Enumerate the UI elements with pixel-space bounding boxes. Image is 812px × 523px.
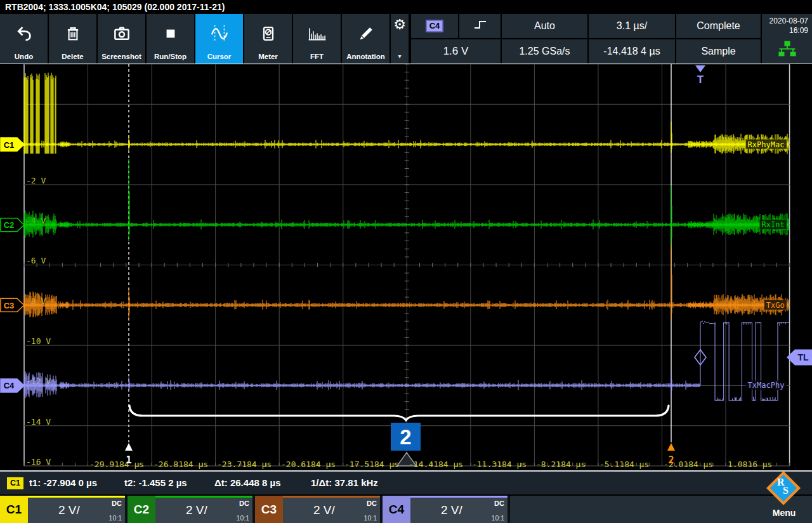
volt-axis-label: -2 V xyxy=(26,176,46,185)
channel-block-c1[interactable]: C1 2 V/ DC 10:1 xyxy=(0,496,125,523)
svg-text:C4: C4 xyxy=(4,381,15,390)
meter-label: Meter xyxy=(258,53,278,60)
cursor-marker-2[interactable]: 2 xyxy=(667,443,675,466)
cursor-inv-dt-readout: 1/Δt: 37.81 kHz xyxy=(311,477,378,488)
top-bar: Undo Delete Screenshot Run/Stop Cursor xyxy=(0,14,812,64)
time-axis-label: -14.4184 µs xyxy=(409,460,463,469)
cursor-t2-readout: t2: -1.455 2 µs xyxy=(124,477,187,488)
menu-label: Menu xyxy=(763,508,806,518)
undo-button[interactable]: Undo xyxy=(0,14,48,63)
fft-label: FFT xyxy=(310,53,324,60)
settings-button[interactable]: ⚙ ▾ xyxy=(391,14,409,63)
svg-text:TxMacPhy: TxMacPhy xyxy=(748,381,785,390)
svg-text:1: 1 xyxy=(126,454,131,466)
channel-marker-c1[interactable]: C1 xyxy=(1,138,24,151)
channel-marker-c2[interactable]: C2 xyxy=(1,218,24,232)
annotation-button[interactable]: Annotation xyxy=(342,14,390,63)
channel-scale-c1: 2 V/ xyxy=(58,503,80,517)
channel-badge-c3: C3 xyxy=(255,496,283,523)
svg-text:RxPhyMac: RxPhyMac xyxy=(748,140,785,149)
trace-label-c4: TxMacPhy xyxy=(746,380,787,390)
channel-block-c4[interactable]: C4 2 V/ DC 10:1 xyxy=(383,496,508,523)
channel-badge-c1: C1 xyxy=(0,496,28,523)
channel-scale-c4: 2 V/ xyxy=(441,503,462,517)
run-stop-label: Run/Stop xyxy=(154,53,187,60)
annotation-label: Annotation xyxy=(346,53,385,60)
horizontal-position-cell[interactable]: -14.418 4 µs xyxy=(589,39,675,63)
channel-scale-c3: 2 V/ xyxy=(313,503,335,517)
time-axis-label: -26.8184 µs xyxy=(154,460,208,469)
gear-icon: ⚙ xyxy=(393,17,406,33)
channel-badge-c2: C2 xyxy=(128,496,155,523)
chevron-down-icon: ▾ xyxy=(398,53,401,60)
cursor-t1-readout: t1: -27.904 0 µs xyxy=(29,477,97,488)
trace-label-c1: RxPhyMac xyxy=(746,140,787,149)
channel-block-c3[interactable]: C3 2 V/ DC 10:1 xyxy=(255,496,380,523)
overlay-markers[interactable]: C1C2C3C4RxPhyMacRxIntTxGoTxMacPhy212TTL xyxy=(1,65,812,466)
channel-coupling-c4: DC xyxy=(494,500,504,507)
trace-c3 xyxy=(24,244,789,320)
cursor-button[interactable]: Cursor xyxy=(195,14,243,63)
volt-axis-label: -6 V xyxy=(26,256,46,265)
device-title: RTB2004; 1333.1005K04; 105029 (02.000 20… xyxy=(0,0,225,14)
timebase-value: 3.1 µs/ xyxy=(617,20,647,32)
trigger-source-cell[interactable]: C4 xyxy=(411,14,458,38)
annotation-number[interactable]: 2 xyxy=(391,423,421,451)
volt-axis-label: -10 V xyxy=(26,336,51,346)
trigger-mode-cell[interactable]: Auto xyxy=(502,14,587,38)
trace-c1 xyxy=(24,73,789,154)
rs-logo-letters: R S xyxy=(771,476,796,500)
channel-probe-c1: 10:1 xyxy=(109,514,122,522)
annotation-brace xyxy=(129,406,669,420)
svg-text:TL: TL xyxy=(797,352,809,362)
timebase-cell[interactable]: 3.1 µs/ xyxy=(589,14,675,38)
svg-text:2: 2 xyxy=(400,425,411,449)
channel-probe-c3: 10:1 xyxy=(364,514,377,522)
date-value: 2020-08-07 xyxy=(769,17,808,26)
graticule: -2 V-4 V-6 V-8 V-10 V-12 V-14 V-16 V-29.… xyxy=(24,64,790,469)
trace-c2 xyxy=(24,159,789,249)
cursor-source-badge: C1 xyxy=(7,477,23,489)
cursor-dt-readout: Δt: 26.448 8 µs xyxy=(214,477,280,488)
channel-coupling-c2: DC xyxy=(239,500,249,507)
trigger-mode-value: Auto xyxy=(534,20,555,32)
svg-text:T: T xyxy=(697,74,704,86)
sample-rate-cell[interactable]: 1.25 GSa/s xyxy=(502,39,587,63)
channel-probe-c2: 10:1 xyxy=(237,514,249,522)
svg-text:TxGo: TxGo xyxy=(766,301,785,310)
trash-icon xyxy=(64,14,82,53)
fft-button[interactable]: FFT xyxy=(293,14,341,63)
screenshot-button[interactable]: Screenshot xyxy=(98,14,145,63)
channel-probe-c4: 10:1 xyxy=(492,514,504,522)
acquisition-status-cell[interactable]: Complete xyxy=(676,14,761,38)
trigger-level-cell[interactable]: 1.6 V xyxy=(411,39,501,63)
menu-button[interactable]: R S Menu xyxy=(763,476,806,518)
time-axis-label: -23.7184 µs xyxy=(217,460,272,469)
waveform-display[interactable]: -2 V-4 V-6 V-8 V-10 V-12 V-14 V-16 V-29.… xyxy=(0,0,812,523)
cursor-readout-bar: C1 t1: -27.904 0 µs t2: -1.455 2 µs Δt: … xyxy=(0,470,812,494)
channel-badge-c4: C4 xyxy=(383,496,410,523)
trace-label-c3: TxGo xyxy=(764,300,787,310)
time-axis-label: -8.2184 µs xyxy=(536,460,586,469)
toolbar: Undo Delete Screenshot Run/Stop Cursor xyxy=(0,14,409,63)
time-axis-label: -20.6184 µs xyxy=(281,460,336,469)
channel-marker-c3[interactable]: C3 xyxy=(1,298,24,312)
channel-marker-c4[interactable]: C4 xyxy=(1,379,24,392)
svg-text:C3: C3 xyxy=(4,301,15,310)
trigger-position-marker[interactable]: T xyxy=(695,65,705,86)
delete-button[interactable]: Delete xyxy=(49,14,96,63)
run-stop-button[interactable]: Run/Stop xyxy=(147,14,194,63)
svg-text:C2: C2 xyxy=(4,220,15,230)
cursor-marker-1[interactable]: 1 xyxy=(125,443,133,466)
svg-text:2: 2 xyxy=(668,454,674,466)
meter-button[interactable]: Meter xyxy=(244,14,292,63)
delete-label: Delete xyxy=(62,53,84,60)
multimeter-icon xyxy=(259,14,277,53)
horizontal-position-value: -14.418 4 µs xyxy=(603,46,660,57)
stop-square-icon xyxy=(162,14,180,53)
volt-axis-label: -16 V xyxy=(26,457,51,467)
trigger-slope-cell[interactable] xyxy=(459,14,501,38)
channel-block-c2[interactable]: C2 2 V/ DC 10:1 xyxy=(128,496,252,523)
acquisition-mode-cell[interactable]: Sample xyxy=(676,39,761,63)
trigger-level-tag[interactable]: TL xyxy=(787,350,812,366)
